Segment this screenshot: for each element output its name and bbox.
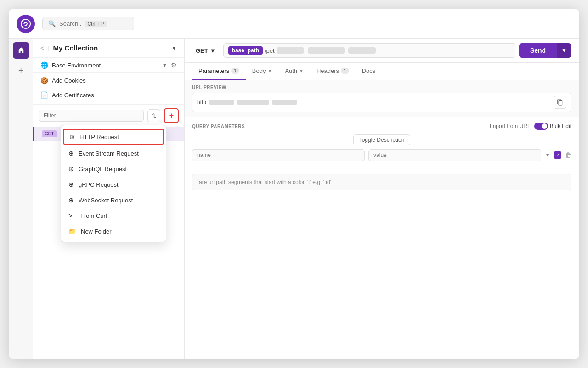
tab-parameters-badge: 1: [231, 68, 239, 74]
env-dropdown-arrow: ▼: [162, 62, 167, 68]
app-logo: [17, 15, 35, 33]
param-name-input[interactable]: [192, 149, 365, 161]
tab-headers-badge: 1: [341, 68, 349, 74]
dropdown-item-event-stream[interactable]: ⊕ Event Stream Request: [61, 145, 166, 161]
url-bar: GET ▼ base_path /pet Send ▼: [185, 39, 579, 63]
param-type-dropdown[interactable]: ▼: [545, 152, 550, 158]
search-icon: 🔍: [48, 20, 56, 27]
path-hint-text: are url path segments that start with a …: [199, 179, 331, 185]
filter-bar: ⇅ + ⊕ HTTP Request ⊕ Event Stream Reques…: [33, 104, 184, 127]
url-placeholder: [277, 47, 510, 54]
url-preview-bar: http: [192, 93, 571, 112]
http-request-icon: ⊕: [69, 133, 75, 140]
env-row[interactable]: 🌐 Base Environment ▼ ⚙: [33, 58, 184, 73]
sidebar-header: < | My Collection ▼: [33, 39, 184, 58]
tab-parameters[interactable]: Parameters 1: [192, 63, 246, 80]
dropdown-item-grpc[interactable]: ⊕ gRPC Request: [61, 177, 166, 192]
sidebar-back-btn[interactable]: <: [40, 45, 44, 52]
filter-sort-btn[interactable]: ⇅: [147, 109, 160, 122]
bulk-edit-toggle: Bulk Edit: [534, 123, 571, 130]
search-shortcut: Ctrl + P: [85, 21, 107, 27]
add-request-btn[interactable]: +: [164, 108, 179, 123]
tab-auth-label: Auth: [285, 67, 297, 74]
bulk-edit-switch[interactable]: [534, 123, 548, 130]
toggle-desc-row: Toggle Description: [192, 134, 571, 145]
tab-body-label: Body: [252, 67, 266, 74]
dropdown-item-http-request[interactable]: ⊕ HTTP Request: [63, 129, 164, 145]
url-variable: base_path: [228, 46, 263, 55]
tab-auth[interactable]: Auth ▼: [278, 63, 310, 80]
certificates-label: Add Certificates: [52, 92, 94, 99]
dropdown-item-new-folder[interactable]: 📁 New Folder: [61, 223, 166, 239]
send-btn-group: Send ▼: [519, 43, 571, 58]
topbar: 🔍 Search.. Ctrl + P: [9, 9, 579, 39]
sidebar-item-cookies[interactable]: 🍪 Add Cookies: [33, 73, 184, 88]
tab-headers-label: Headers: [317, 67, 339, 74]
graphql-icon: ⊕: [68, 165, 74, 173]
tab-docs[interactable]: Docs: [356, 63, 382, 80]
sidebar: < | My Collection ▼ 🌐 Base Environment ▼…: [33, 39, 185, 359]
method-arrow: ▼: [210, 47, 216, 54]
send-button[interactable]: Send: [519, 43, 557, 58]
bulk-edit-label: Bulk Edit: [550, 123, 571, 129]
filter-input[interactable]: [39, 110, 144, 122]
right-panel: GET ▼ base_path /pet Send ▼: [185, 39, 579, 359]
certificate-icon: 📄: [40, 91, 48, 99]
websocket-label: WebSocket Request: [79, 197, 133, 204]
params-label: QUERY PARAMETERS: [192, 124, 245, 129]
tab-headers[interactable]: Headers 1: [310, 63, 356, 80]
dropdown-item-websocket[interactable]: ⊕ WebSocket Request: [61, 192, 166, 208]
url-path: /pet: [265, 47, 275, 54]
icon-bar: +: [9, 39, 33, 359]
sidebar-title: My Collection: [53, 44, 168, 52]
param-value-input[interactable]: [368, 149, 541, 161]
grpc-label: gRPC Request: [79, 181, 119, 188]
sidebar-item-certificates[interactable]: 📄 Add Certificates: [33, 88, 184, 102]
method-select[interactable]: GET ▼: [192, 45, 220, 56]
add-request-dropdown: ⊕ HTTP Request ⊕ Event Stream Request ⊕ …: [61, 125, 166, 242]
graphql-label: GraphQL Request: [79, 166, 127, 173]
main-content: + < | My Collection ▼ 🌐 Base Environment…: [9, 39, 579, 359]
home-nav-btn[interactable]: [13, 42, 29, 59]
tab-body[interactable]: Body ▼: [246, 63, 279, 80]
new-folder-label: New Folder: [81, 228, 111, 235]
url-preview-text: http: [197, 99, 550, 106]
copy-url-btn[interactable]: [554, 96, 566, 109]
from-curl-icon: >_: [68, 212, 76, 219]
request-method-badge: GET: [42, 130, 57, 137]
url-preview-label: URL PREVIEW: [192, 85, 571, 90]
url-input[interactable]: base_path /pet: [223, 43, 515, 58]
cookies-icon: 🍪: [40, 77, 48, 84]
search-label: Search..: [59, 20, 81, 27]
tab-auth-arrow: ▼: [299, 68, 304, 73]
dropdown-item-from-curl[interactable]: >_ From Curl: [61, 208, 166, 223]
http-request-label: HTTP Request: [79, 134, 119, 140]
import-from-url-btn[interactable]: Import from URL: [490, 123, 531, 129]
collection-dropdown-arrow[interactable]: ▼: [171, 45, 177, 51]
path-hint: are url path segments that start with a …: [192, 174, 571, 190]
from-curl-label: From Curl: [80, 212, 107, 219]
param-delete-btn[interactable]: 🗑: [565, 151, 571, 159]
svg-point-0: [21, 19, 30, 28]
app-window: 🔍 Search.. Ctrl + P + < | My Collection …: [9, 9, 579, 359]
env-icon: 🌐: [40, 61, 48, 69]
add-nav-btn[interactable]: +: [13, 62, 29, 79]
tabs-bar: Parameters 1 Body ▼ Auth ▼ Headers 1 Doc…: [185, 63, 579, 80]
dropdown-item-graphql[interactable]: ⊕ GraphQL Request: [61, 161, 166, 177]
url-preview-section: URL PREVIEW http: [185, 80, 579, 117]
url-preview-http: http: [197, 99, 206, 106]
env-label: Base Environment: [52, 62, 158, 69]
method-label: GET: [196, 47, 208, 54]
grpc-icon: ⊕: [68, 181, 74, 188]
search-bar[interactable]: 🔍 Search.. Ctrl + P: [42, 17, 134, 30]
send-dropdown-btn[interactable]: ▼: [557, 43, 571, 58]
cookies-label: Add Cookies: [52, 77, 86, 84]
tab-parameters-label: Parameters: [198, 67, 229, 74]
env-settings-icon[interactable]: ⚙: [171, 61, 177, 69]
param-check[interactable]: [554, 151, 561, 159]
websocket-icon: ⊕: [68, 196, 74, 204]
new-folder-icon: 📁: [68, 228, 76, 235]
query-params-section: QUERY PARAMETERS Import from URL Bulk Ed…: [185, 117, 579, 170]
content-area: URL PREVIEW http: [185, 80, 579, 359]
toggle-description-btn[interactable]: Toggle Description: [353, 134, 411, 145]
